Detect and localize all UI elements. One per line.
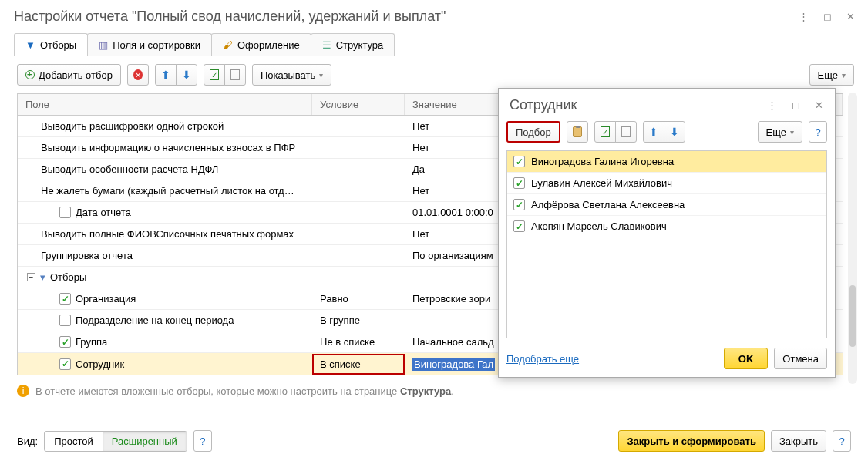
employee-list[interactable]: Виноградова Галина ИгоревнаБулавин Алекс…: [506, 150, 827, 338]
info-icon: i: [17, 385, 29, 397]
select-none-button[interactable]: [615, 121, 637, 143]
arrow-down-icon: ⬇: [182, 69, 191, 81]
row-checkbox[interactable]: [59, 207, 71, 218]
columns-icon: ▥: [99, 39, 108, 51]
window-controls: ⋮ ◻ ✕: [796, 8, 859, 25]
employee-picker-dialog: Сотрудник ⋮ ◻ ✕ Подбор ⬆ ⬇ Еще ? Виногра…: [498, 88, 836, 378]
col-field[interactable]: Поле: [18, 94, 312, 115]
dialog-title: Сотрудник: [510, 97, 577, 113]
arrow-up-icon: ⬆: [649, 126, 658, 138]
close-button[interactable]: Закрыть: [771, 430, 826, 452]
footer: Вид: Простой Расширенный ? Закрыть и сфо…: [0, 430, 868, 452]
tab-label: Структура: [336, 39, 384, 51]
pick-button[interactable]: Подбор: [506, 121, 560, 143]
row-checkbox[interactable]: [59, 315, 71, 326]
field-label: Не жалеть бумаги (каждый расчетный листо…: [41, 185, 294, 197]
item-label: Виноградова Галина Игоревна: [531, 156, 674, 167]
item-label: Акопян Марсель Славикович: [531, 220, 667, 232]
select-group: [594, 121, 637, 143]
move-group: ⬆ ⬇: [155, 64, 197, 86]
condition-cell[interactable]: В списке: [312, 354, 405, 375]
scrollbar[interactable]: [848, 93, 857, 384]
more-button[interactable]: Еще: [809, 64, 854, 86]
list-item[interactable]: Алфёрова Светлана Алексеевна: [507, 194, 826, 216]
funnel-icon: ▼: [25, 39, 35, 51]
field-label: Подразделение на конец периода: [76, 315, 234, 326]
row-checkbox[interactable]: [59, 358, 71, 370]
condition-cell[interactable]: В группе: [312, 315, 405, 326]
item-checkbox[interactable]: [513, 220, 525, 232]
window-header: Настройки отчета "Полный свод начислений…: [0, 0, 868, 29]
help-button[interactable]: ?: [809, 121, 827, 143]
list-item[interactable]: Булавин Алексей Михайлович: [507, 173, 826, 194]
kebab-icon[interactable]: ⋮: [796, 8, 812, 25]
cancel-button[interactable]: Отмена: [774, 348, 827, 369]
select-all-button[interactable]: [594, 121, 616, 143]
close-icon[interactable]: ✕: [810, 96, 827, 113]
move-up-button[interactable]: ⬆: [155, 64, 177, 86]
row-checkbox[interactable]: [59, 336, 71, 348]
maximize-icon[interactable]: ◻: [819, 8, 836, 25]
show-dropdown[interactable]: Показывать: [252, 64, 331, 86]
col-condition[interactable]: Условие: [312, 94, 405, 115]
tabs-bar: ▼ Отборы ▥ Поля и сортировки 🖌 Оформлени…: [0, 32, 868, 56]
item-checkbox[interactable]: [513, 156, 525, 167]
mode-simple[interactable]: Простой: [45, 432, 103, 451]
tab-structure[interactable]: ☰ Структура: [311, 33, 395, 56]
dialog-header: Сотрудник ⋮ ◻ ✕: [499, 89, 835, 116]
list-item[interactable]: Виноградова Галина Игоревна: [507, 151, 826, 173]
mode-extended[interactable]: Расширенный: [103, 432, 187, 451]
move-down-button[interactable]: ⬇: [176, 64, 197, 86]
list-item[interactable]: Акопян Марсель Славикович: [507, 216, 826, 237]
field-label: Группа: [76, 336, 107, 348]
field-label: Отборы: [50, 271, 86, 283]
brush-icon: 🖌: [223, 39, 233, 51]
paste-button[interactable]: [567, 121, 588, 143]
move-up-button[interactable]: ⬆: [643, 121, 664, 143]
help-button[interactable]: ?: [193, 430, 212, 452]
row-checkbox[interactable]: [59, 293, 71, 305]
condition-cell[interactable]: Не в списке: [312, 336, 405, 348]
field-label: Группировка отчета: [41, 250, 133, 261]
tab-filters[interactable]: ▼ Отборы: [14, 33, 88, 56]
field-label: Выводить особенности расчета НДФЛ: [41, 163, 218, 175]
kebab-icon[interactable]: ⋮: [764, 96, 781, 113]
view-mode-switch: Простой Расширенный: [44, 431, 187, 452]
delete-button[interactable]: ✕: [127, 64, 149, 86]
uncheck-all-icon: [230, 69, 240, 80]
help-button-footer[interactable]: ?: [833, 430, 851, 452]
button-label: Еще: [818, 69, 838, 81]
item-checkbox[interactable]: [513, 177, 525, 189]
add-filter-button[interactable]: Добавить отбор: [17, 64, 121, 86]
field-label: Выводить информацию о начисленных взноса…: [41, 142, 295, 153]
field-label: Дата отчета: [76, 207, 131, 218]
select-all-button[interactable]: [204, 64, 225, 86]
pick-more-link[interactable]: Подобрать еще: [506, 353, 579, 365]
move-down-button[interactable]: ⬇: [664, 121, 685, 143]
info-text: В отчете имеются вложенные отборы, котор…: [35, 385, 454, 397]
scrollbar-thumb[interactable]: [849, 285, 856, 347]
item-label: Булавин Алексей Михайлович: [531, 177, 672, 189]
select-group: [204, 64, 246, 86]
more-button[interactable]: Еще: [758, 121, 802, 143]
tab-appearance[interactable]: 🖌 Оформление: [211, 33, 311, 56]
tab-fields[interactable]: ▥ Поля и сортировки: [87, 33, 212, 56]
expand-toggle[interactable]: −: [27, 273, 35, 281]
tab-label: Оформление: [237, 39, 300, 51]
item-checkbox[interactable]: [513, 199, 525, 210]
info-bar: i В отчете имеются вложенные отборы, кот…: [0, 375, 868, 406]
delete-icon: ✕: [133, 69, 143, 80]
plus-icon: [25, 70, 35, 79]
tree-icon: ☰: [322, 39, 331, 51]
dialog-footer: Подобрать еще OK Отмена: [499, 342, 835, 377]
tab-label: Поля и сортировки: [113, 39, 200, 51]
field-label: Выводить полные ФИОВСписочных печатных ф…: [41, 228, 294, 240]
item-label: Алфёрова Светлана Алексеевна: [531, 199, 685, 210]
select-none-button[interactable]: [224, 64, 246, 86]
ok-button[interactable]: OK: [724, 348, 769, 369]
close-icon[interactable]: ✕: [842, 8, 859, 25]
close-and-generate-button[interactable]: Закрыть и сформировать: [618, 430, 765, 452]
maximize-icon[interactable]: ◻: [787, 96, 804, 113]
condition-cell[interactable]: Равно: [312, 293, 405, 305]
field-label: Организация: [76, 293, 136, 305]
